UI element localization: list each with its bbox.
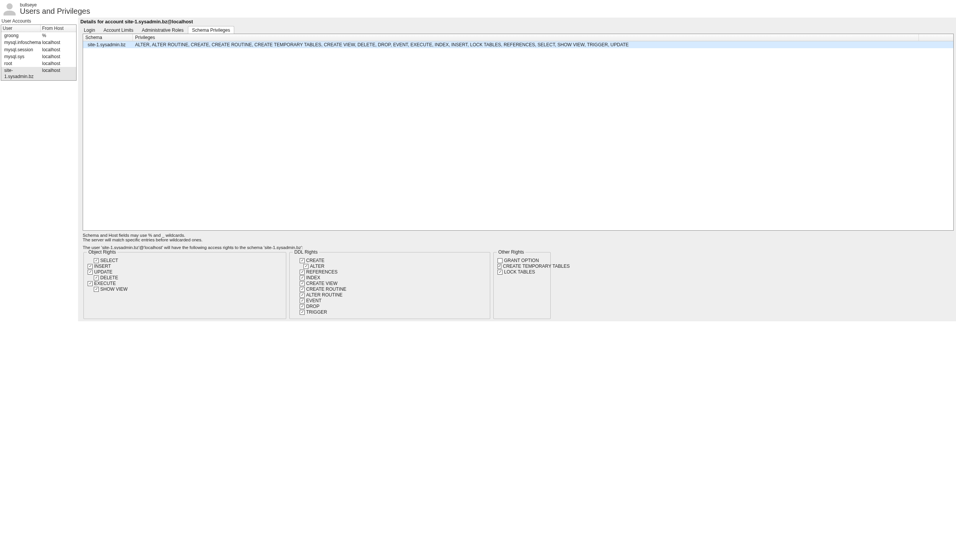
user-accounts-list[interactable]: User From Host groong%mysql.infoschemalo… — [1, 24, 77, 81]
checkbox-label: EXECUTE — [94, 281, 116, 286]
col-header-user[interactable]: User — [1, 25, 41, 32]
checkbox-label: CREATE — [306, 258, 325, 263]
other-right-item: LOCK TABLES — [498, 269, 547, 275]
checkbox-create-routine[interactable] — [300, 287, 305, 292]
ddl-right-item: INDEX — [300, 275, 486, 280]
checkbox-label: SELECT — [100, 258, 118, 263]
object-right-item: SELECT — [94, 258, 282, 263]
checkbox-label: GRANT OPTION — [504, 258, 539, 263]
checkbox-create[interactable] — [300, 258, 305, 263]
object-right-item: EXECUTE — [88, 281, 282, 286]
hint-line: Schema and Host fields may use % and _ w… — [83, 233, 954, 238]
checkbox-label: REFERENCES — [306, 269, 338, 275]
checkbox-label: ALTER — [310, 264, 325, 269]
checkbox-trigger[interactable] — [300, 310, 305, 315]
user-cell: mysql.infoschema — [1, 39, 41, 46]
checkbox-label: DROP — [306, 304, 320, 309]
user-row[interactable]: mysql.sessionlocalhost — [1, 46, 76, 53]
user-row[interactable]: rootlocalhost — [1, 60, 76, 67]
page-title: Users and Privileges — [20, 7, 90, 16]
col-header-host[interactable]: From Host — [41, 25, 76, 32]
user-cell: root — [1, 60, 41, 67]
checkbox-alter-routine[interactable] — [300, 293, 305, 298]
checkbox-label: INDEX — [306, 275, 320, 280]
checkbox-label: CREATE VIEW — [306, 281, 338, 286]
schema-row[interactable]: site-1.sysadmin.bzALTER, ALTER ROUTINE, … — [83, 41, 953, 48]
user-accounts-pane: User Accounts User From Host groong%mysq… — [0, 18, 78, 321]
user-cell: mysql.sys — [1, 53, 41, 60]
checkbox-drop[interactable] — [300, 304, 305, 309]
tab-roles[interactable]: Administrative Roles — [137, 26, 188, 34]
checkbox-label: UPDATE — [94, 269, 113, 275]
schema-privileges-table[interactable]: Schema Privileges site-1.sysadmin.bzALTE… — [83, 34, 954, 231]
checkbox-references[interactable] — [300, 270, 305, 275]
tab-login[interactable]: Login — [80, 26, 99, 34]
checkbox-show-view[interactable] — [94, 287, 99, 292]
user-row[interactable]: mysql.syslocalhost — [1, 53, 76, 60]
tab-limits[interactable]: Account Limits — [99, 26, 137, 34]
checkbox-execute[interactable] — [88, 281, 93, 286]
details-pane: Details for account site-1.sysadmin.bz@l… — [78, 18, 956, 321]
checkbox-create-view[interactable] — [300, 281, 305, 286]
tab-schema[interactable]: Schema Privileges — [188, 26, 234, 34]
host-cell: % — [41, 32, 76, 39]
checkbox-label: CREATE TEMPORARY TABLES — [503, 264, 570, 269]
checkbox-insert[interactable] — [88, 264, 93, 269]
checkbox-index[interactable] — [300, 275, 305, 280]
user-accounts-label: User Accounts — [0, 18, 78, 24]
col-header-privileges[interactable]: Privileges — [133, 34, 919, 41]
checkbox-label: INSERT — [94, 264, 111, 269]
checkbox-label: DELETE — [100, 275, 118, 280]
col-header-spacer — [919, 34, 953, 41]
wildcard-hint: Schema and Host fields may use % and _ w… — [78, 231, 956, 243]
checkbox-label: ALTER ROUTINE — [306, 292, 343, 298]
hint-line: The server will match specific entries b… — [83, 238, 954, 242]
header: bullseye Users and Privileges — [0, 0, 956, 18]
ddl-right-item: CREATE — [300, 258, 486, 263]
object-rights-group: Object Rights SELECTINSERTUPDATEDELETEEX… — [83, 252, 286, 319]
host-cell: localhost — [41, 39, 76, 46]
ddl-right-item: ALTER ROUTINE — [300, 292, 486, 298]
checkbox-event[interactable] — [300, 298, 305, 303]
ddl-right-item: DROP — [300, 304, 486, 309]
ddl-right-item: CREATE VIEW — [300, 281, 486, 286]
checkbox-label: TRIGGER — [306, 309, 327, 315]
ddl-rights-group: DDL Rights CREATEALTERREFERENCESINDEXCRE… — [289, 252, 490, 319]
ddl-right-item: TRIGGER — [300, 309, 486, 315]
checkbox-label: LOCK TABLES — [504, 269, 535, 275]
other-right-item: CREATE TEMPORARY TABLES — [498, 264, 547, 269]
avatar-icon — [2, 2, 17, 16]
checkbox-lock-tables[interactable] — [498, 270, 502, 275]
col-header-schema[interactable]: Schema — [83, 34, 133, 41]
user-cell: site-1.sysadmin.bz — [1, 67, 41, 80]
checkbox-create-temporary-tables[interactable] — [498, 264, 501, 269]
schema-cell: site-1.sysadmin.bz — [83, 41, 133, 48]
other-rights-group: Other Rights GRANT OPTIONCREATE TEMPORAR… — [493, 252, 551, 319]
host-cell: localhost — [41, 46, 76, 53]
ddl-right-item: ALTER — [303, 264, 486, 269]
checkbox-select[interactable] — [94, 258, 99, 263]
ddl-right-item: EVENT — [300, 298, 486, 303]
checkbox-alter[interactable] — [303, 264, 308, 269]
checkbox-delete[interactable] — [94, 275, 99, 280]
checkbox-update[interactable] — [88, 270, 93, 275]
checkbox-label: EVENT — [306, 298, 321, 303]
checkbox-grant-option[interactable] — [498, 258, 502, 263]
ddl-rights-legend: DDL Rights — [293, 249, 319, 255]
ddl-right-item: CREATE ROUTINE — [300, 287, 486, 292]
object-right-item: DELETE — [94, 275, 282, 280]
other-right-item: GRANT OPTION — [498, 258, 547, 263]
user-row[interactable]: groong% — [1, 32, 76, 39]
object-right-item: SHOW VIEW — [94, 287, 282, 292]
privileges-cell: ALTER, ALTER ROUTINE, CREATE, CREATE ROU… — [133, 41, 953, 48]
user-row[interactable]: mysql.infoschemalocalhost — [1, 39, 76, 46]
checkbox-label: CREATE ROUTINE — [306, 287, 346, 292]
user-row[interactable]: site-1.sysadmin.bzlocalhost — [1, 67, 76, 80]
user-cell: groong — [1, 32, 41, 39]
object-right-item: UPDATE — [88, 269, 282, 275]
host-cell: localhost — [41, 53, 76, 60]
host-cell: localhost — [41, 67, 76, 80]
ddl-right-item: REFERENCES — [300, 269, 486, 275]
details-tabs: LoginAccount LimitsAdministrative RolesS… — [78, 26, 956, 34]
user-cell: mysql.session — [1, 46, 41, 53]
